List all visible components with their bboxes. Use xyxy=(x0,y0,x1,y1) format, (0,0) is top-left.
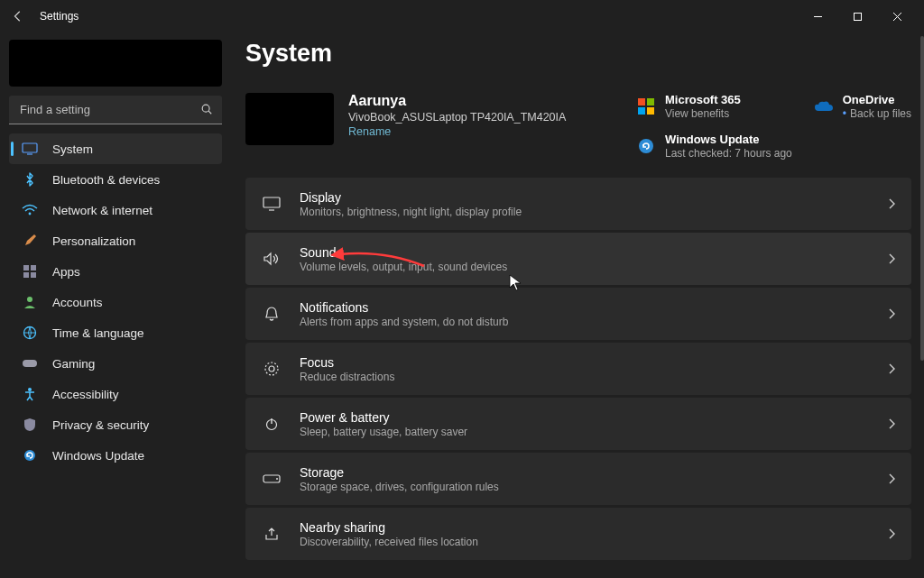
bluetooth-icon xyxy=(20,171,40,188)
setting-notifications[interactable]: NotificationsAlerts from apps and system… xyxy=(245,288,911,340)
person-icon xyxy=(20,294,40,310)
card-title: OneDrive xyxy=(843,93,911,106)
svg-rect-13 xyxy=(23,360,37,367)
card-onedrive[interactable]: OneDrive Back up files xyxy=(814,93,911,120)
nav-time[interactable]: Time & language xyxy=(9,317,222,348)
setting-title: Sound xyxy=(300,245,507,260)
rename-link[interactable]: Rename xyxy=(348,125,566,138)
system-header: Aarunya VivoBook_ASUSLaptop TP420IA_TM42… xyxy=(245,93,911,160)
nav-label: Apps xyxy=(52,265,80,279)
chevron-right-icon xyxy=(888,528,895,539)
setting-sound[interactable]: SoundVolume levels, output, input, sound… xyxy=(245,233,911,285)
setting-display[interactable]: DisplayMonitors, brightness, night light… xyxy=(245,178,911,230)
setting-power[interactable]: Power & batterySleep, battery usage, bat… xyxy=(245,398,911,450)
nav-accessibility[interactable]: Accessibility xyxy=(9,379,222,409)
back-button[interactable] xyxy=(7,5,29,27)
minimize-button[interactable] xyxy=(798,3,837,30)
update-icon xyxy=(20,447,40,463)
search-input[interactable] xyxy=(9,96,222,124)
nav-label: Personalization xyxy=(52,234,135,248)
setting-title: Nearby sharing xyxy=(300,520,478,535)
nav-network[interactable]: Network & internet xyxy=(9,195,222,225)
setting-title: Display xyxy=(300,190,522,205)
gamepad-icon xyxy=(20,355,40,372)
nav-personalization[interactable]: Personalization xyxy=(9,225,222,256)
setting-storage[interactable]: StorageStorage space, drives, configurat… xyxy=(245,453,911,505)
nav-accounts[interactable]: Accounts xyxy=(9,287,222,317)
card-title: Microsoft 365 xyxy=(665,93,741,106)
setting-desc: Sleep, battery usage, battery saver xyxy=(300,426,467,438)
nav-update[interactable]: Windows Update xyxy=(9,440,222,471)
nav-label: System xyxy=(52,142,93,156)
device-user: Aarunya xyxy=(348,93,566,109)
card-update[interactable]: Windows Update Last checked: 7 hours ago xyxy=(636,133,792,160)
search-wrap xyxy=(9,96,222,124)
svg-point-20 xyxy=(639,139,653,153)
setting-title: Notifications xyxy=(300,300,508,315)
nav-label: Gaming xyxy=(52,357,95,371)
bell-icon xyxy=(262,304,282,324)
chevron-right-icon xyxy=(888,198,895,209)
nav-privacy[interactable]: Privacy & security xyxy=(9,409,222,440)
svg-point-14 xyxy=(28,388,32,391)
setting-desc: Reduce distractions xyxy=(300,371,394,383)
nav: System Bluetooth & devices Network & int… xyxy=(9,133,222,471)
close-button[interactable] xyxy=(877,3,917,30)
nav-label: Network & internet xyxy=(52,204,152,217)
focus-icon xyxy=(262,359,282,379)
globe-clock-icon xyxy=(20,325,40,341)
setting-title: Storage xyxy=(300,465,499,480)
user-profile-card[interactable] xyxy=(9,40,222,87)
maximize-button[interactable] xyxy=(837,3,877,30)
device-thumbnail xyxy=(245,93,334,145)
scrollbar[interactable] xyxy=(920,36,924,361)
svg-line-3 xyxy=(208,111,211,114)
page-title: System xyxy=(245,40,911,68)
svg-rect-21 xyxy=(263,197,280,207)
ms365-icon xyxy=(636,96,656,116)
device-name: VivoBook_ASUSLaptop TP420IA_TM420IA xyxy=(348,111,566,124)
chevron-right-icon xyxy=(888,253,895,264)
setting-desc: Monitors, brightness, night light, displ… xyxy=(300,206,522,218)
card-ms365[interactable]: Microsoft 365 View benefits xyxy=(636,93,792,120)
setting-desc: Discoverability, received files location xyxy=(300,536,478,548)
window-title: Settings xyxy=(40,10,79,23)
nav-label: Accounts xyxy=(52,296,103,309)
card-title: Windows Update xyxy=(665,133,792,146)
nav-label: Windows Update xyxy=(52,449,144,463)
nav-apps[interactable]: Apps xyxy=(9,256,222,287)
setting-nearby[interactable]: Nearby sharingDiscoverability, received … xyxy=(245,508,911,560)
svg-rect-4 xyxy=(23,143,37,152)
power-icon xyxy=(262,414,282,434)
nav-label: Privacy & security xyxy=(52,418,149,432)
brush-icon xyxy=(20,233,40,249)
setting-focus[interactable]: FocusReduce distractions xyxy=(245,343,911,395)
svg-rect-18 xyxy=(638,107,645,115)
system-icon xyxy=(20,141,40,157)
update-icon xyxy=(636,136,656,156)
svg-rect-16 xyxy=(638,98,645,106)
svg-rect-19 xyxy=(647,107,654,115)
chevron-right-icon xyxy=(888,473,895,484)
svg-rect-10 xyxy=(31,272,36,278)
accessibility-icon xyxy=(20,386,40,402)
nav-system[interactable]: System xyxy=(9,133,222,164)
nav-gaming[interactable]: Gaming xyxy=(9,348,222,379)
card-subtitle: View benefits xyxy=(665,107,741,120)
setting-desc: Storage space, drives, configuration rul… xyxy=(300,481,499,493)
storage-icon xyxy=(262,469,282,489)
svg-point-6 xyxy=(29,213,32,216)
device-info: Aarunya VivoBook_ASUSLaptop TP420IA_TM42… xyxy=(348,93,566,138)
svg-point-2 xyxy=(202,105,209,112)
svg-point-11 xyxy=(27,297,32,302)
nav-label: Bluetooth & devices xyxy=(52,173,160,187)
nav-bluetooth[interactable]: Bluetooth & devices xyxy=(9,164,222,195)
sidebar: System Bluetooth & devices Network & int… xyxy=(9,40,222,471)
setting-desc: Volume levels, output, input, sound devi… xyxy=(300,261,507,273)
titlebar: Settings xyxy=(0,0,924,32)
apps-icon xyxy=(20,263,40,280)
nav-label: Time & language xyxy=(52,326,144,340)
setting-desc: Alerts from apps and system, do not dist… xyxy=(300,316,508,328)
chevron-right-icon xyxy=(888,308,895,319)
svg-rect-17 xyxy=(647,98,654,106)
